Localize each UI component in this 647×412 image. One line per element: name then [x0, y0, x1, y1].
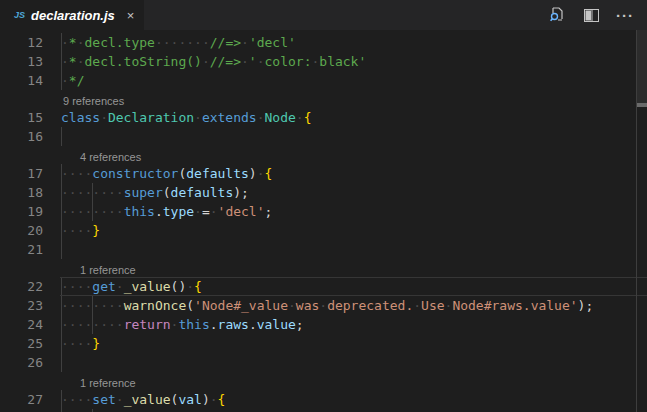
indent-guide — [61, 240, 62, 259]
code-content: ····get·_value()·{ — [60, 277, 647, 296]
code-line-16[interactable]: 16 — [0, 127, 647, 146]
indent-guide — [61, 221, 62, 240]
open-preview-button[interactable] — [547, 5, 567, 25]
split-editor-icon — [584, 9, 599, 22]
code-content — [60, 353, 647, 372]
code-content: ········super(defaults); — [60, 183, 647, 202]
code-line-21[interactable]: 21 — [0, 240, 647, 259]
tab-title: declaration.js — [31, 8, 115, 23]
scrollbar-thumb[interactable] — [637, 30, 647, 107]
line-number[interactable]: 27 — [0, 390, 60, 409]
code-content: ····} — [60, 334, 647, 353]
more-actions-button[interactable]: ··· — [615, 5, 635, 25]
code-content: ········return·this.raws.value; — [60, 315, 647, 334]
line-number[interactable]: 12 — [0, 33, 60, 52]
vscode-window: JS declaration.js × — [0, 0, 647, 412]
code-content: ·*·decl.type·······//=>·'decl' — [60, 33, 647, 52]
line-number[interactable]: 24 — [0, 315, 60, 334]
line-number[interactable]: 15 — [0, 108, 60, 127]
line-number[interactable]: 14 — [0, 71, 60, 90]
indent-guide — [61, 33, 62, 52]
code-content: ········this.type·=·'decl'; — [60, 202, 647, 221]
codelens-row: 1 reference — [0, 259, 647, 277]
codelens-references-link[interactable]: 1 reference — [80, 264, 136, 276]
code-line-15[interactable]: 15class·Declaration·extends·Node·{ — [0, 108, 647, 127]
codelens-references-link[interactable]: 1 reference — [80, 377, 136, 389]
editor-tab-bar: JS declaration.js × — [0, 0, 647, 30]
indent-guide — [92, 183, 93, 202]
line-number[interactable]: 16 — [0, 127, 60, 146]
code-line-26[interactable]: 26 — [0, 353, 647, 372]
indent-guide — [61, 52, 62, 71]
tab-declaration-js[interactable]: JS declaration.js × — [0, 0, 144, 30]
line-number[interactable]: 18 — [0, 183, 60, 202]
code-content — [60, 240, 647, 259]
line-number[interactable]: 26 — [0, 353, 60, 372]
code-line-19[interactable]: 19········this.type·=·'decl'; — [0, 202, 647, 221]
code-line-25[interactable]: 25····} — [0, 334, 647, 353]
indent-guide — [61, 296, 62, 315]
indent-guide — [61, 334, 62, 353]
code-content: ·*·decl.toString()·//=>·'·color:·black' — [60, 52, 647, 71]
indent-guide — [61, 202, 62, 221]
code-line-22[interactable]: 22····get·_value()·{ — [0, 277, 647, 296]
codelens-references-link[interactable]: 4 references — [80, 151, 141, 163]
line-number[interactable]: 20 — [0, 221, 60, 240]
indent-guide — [61, 315, 62, 334]
file-search-icon — [549, 7, 565, 23]
code-content: ····} — [60, 221, 647, 240]
code-content: ········warnOnce('Node#_value·was·deprec… — [60, 296, 647, 315]
code-line-17[interactable]: 17····constructor(defaults)·{ — [0, 164, 647, 183]
line-number[interactable]: 25 — [0, 334, 60, 353]
code-line-18[interactable]: 18········super(defaults); — [0, 183, 647, 202]
code-content: class·Declaration·extends·Node·{ — [60, 108, 647, 127]
indent-guide — [92, 202, 93, 221]
code-content: ·*/ — [60, 71, 647, 90]
line-number[interactable]: 22 — [0, 277, 60, 296]
indent-guide — [92, 315, 93, 334]
indent-guide — [61, 164, 62, 183]
code-line-20[interactable]: 20····} — [0, 221, 647, 240]
code-line-14[interactable]: 14·*/ — [0, 71, 647, 90]
code-line-23[interactable]: 23········warnOnce('Node#_value·was·depr… — [0, 296, 647, 315]
indent-guide — [61, 71, 62, 90]
code-line-24[interactable]: 24········return·this.raws.value; — [0, 315, 647, 334]
code-content: ····set·_value(val)·{ — [60, 390, 647, 409]
codelens-row: 9 references — [0, 90, 647, 108]
codelens-row: 1 reference — [0, 372, 647, 390]
line-number[interactable]: 17 — [0, 164, 60, 183]
javascript-file-icon: JS — [14, 10, 25, 20]
codelens-row: 4 references — [0, 146, 647, 164]
code-line-12[interactable]: 12·*·decl.type·······//=>·'decl' — [0, 33, 647, 52]
editor-actions: ··· — [547, 0, 647, 30]
line-number[interactable]: 19 — [0, 202, 60, 221]
indent-guide — [92, 296, 93, 315]
line-number[interactable]: 23 — [0, 296, 60, 315]
code-line-27[interactable]: 27····set·_value(val)·{ — [0, 390, 647, 409]
indent-guide — [61, 390, 62, 409]
code-line-13[interactable]: 13·*·decl.toString()·//=>·'·color:·black… — [0, 52, 647, 71]
line-number[interactable]: 21 — [0, 240, 60, 259]
indent-guide — [61, 277, 62, 296]
editor-rows[interactable]: 12·*·decl.type·······//=>·'decl'13·*·dec… — [0, 30, 647, 412]
indent-guide — [61, 183, 62, 202]
split-editor-button[interactable] — [581, 5, 601, 25]
scrollbar-marker — [637, 103, 647, 107]
codelens-references-link[interactable]: 9 references — [63, 95, 124, 107]
code-content: ····constructor(defaults)·{ — [60, 164, 647, 183]
indent-guide — [61, 353, 62, 372]
code-content — [60, 127, 647, 146]
close-tab-icon[interactable]: × — [127, 8, 135, 23]
line-number[interactable]: 13 — [0, 52, 60, 71]
indent-guide — [61, 127, 62, 146]
